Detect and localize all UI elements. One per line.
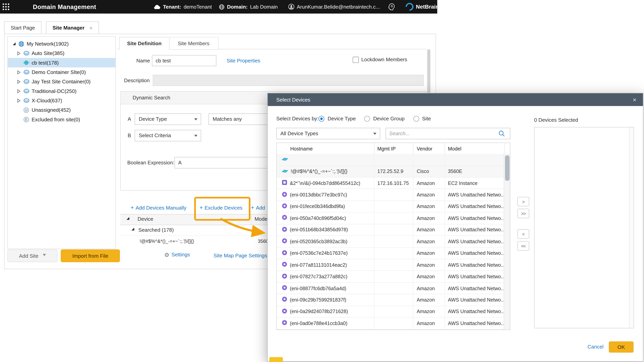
matches-any-select[interactable]: Matches any (208, 114, 275, 125)
mgmt-ip-column-header[interactable]: Mgmt IP (374, 143, 414, 154)
device-row[interactable]: (eni-01fece0b346dbd9fa) Amazon AWS Unatt… (277, 201, 504, 212)
search-icon[interactable] (498, 130, 505, 137)
tab-site-members[interactable]: Site Members (169, 37, 218, 50)
tree-item[interactable]: Jay Test Site Container(0) (8, 77, 115, 86)
device-type-filter-select[interactable]: All Device Types (276, 128, 380, 139)
boolean-expression-input[interactable] (174, 157, 269, 168)
tab-start-page[interactable]: Start Page (4, 21, 42, 35)
tenant-info[interactable]: Tenant: demoTenant (153, 0, 212, 14)
dialog-titlebar[interactable]: Select Devices × (268, 93, 643, 106)
device-row[interactable]: (eni-09c29b7599291837f) Amazon AWS Unatt… (277, 294, 504, 306)
vendor-cell: Amazon (414, 236, 445, 247)
device-row[interactable]: (eni-077a811131014eac2) Amazon AWS Unatt… (277, 259, 504, 271)
model-column-header[interactable]: Model (445, 143, 505, 154)
exclude-devices-link[interactable]: +Exclude Devices (200, 204, 242, 211)
vendor-cell: Amazon (414, 259, 445, 271)
tab-site-definition[interactable]: Site Definition (119, 37, 170, 50)
vendor-cell: Amazon (414, 271, 445, 282)
move-right-button[interactable]: > (517, 197, 529, 206)
device-row[interactable]: !@#$%^&*()_-=+~`:;.'|\/[]{} 172.25.52.9 … (277, 166, 504, 177)
tree-item[interactable]: Auto Site(385) (8, 49, 115, 58)
device-row[interactable]: (eni-07827c73a277a882c) Amazon AWS Unatt… (277, 271, 504, 283)
dynamic-search-title: Dynamic Search (132, 95, 170, 101)
tree-item[interactable]: U Unassigned(452) (8, 105, 115, 115)
user-menu[interactable]: ArunKumar.Belide@netbraintech.c... (288, 0, 380, 14)
searched-device-name[interactable]: !@#$%^&*()_-=+~`:;.'|\/[]{} (140, 239, 194, 244)
tree-item[interactable]: Traditional-DC(250) (8, 86, 115, 96)
select-criteria-select[interactable]: Select Criteria (135, 130, 201, 142)
domain-label: Domain: (227, 4, 248, 10)
device-row[interactable]: (eni-0520365cb3892ac3b) Amazon AWS Unatt… (277, 236, 504, 248)
expander-icon[interactable] (17, 80, 21, 84)
vendor-cell (414, 154, 445, 165)
site-name-input[interactable] (152, 55, 216, 66)
move-all-left-button[interactable]: << (517, 241, 529, 251)
ai-assistant-button[interactable] (387, 0, 396, 14)
device-row[interactable]: (eni-07536c7e24b17637e) Amazon AWS Unatt… (277, 247, 504, 259)
collapse-icon[interactable] (132, 228, 134, 230)
device-row[interactable]: (eni-08877fc6db76a5a4d) Amazon AWS Unatt… (277, 282, 504, 294)
expander-icon[interactable] (17, 70, 21, 74)
move-left-button[interactable]: < (517, 229, 529, 239)
plus-icon: + (200, 204, 203, 211)
tree-item[interactable]: X-Cloud(637) (8, 96, 115, 105)
tree-item[interactable]: cb test(178) (8, 58, 115, 67)
radio-device-group[interactable] (364, 116, 370, 122)
ok-button[interactable]: OK (609, 341, 634, 352)
eni-device-icon (282, 320, 288, 327)
device-row[interactable]: (eni-050a740c896f5d04c) Amazon AWS Unatt… (277, 212, 504, 224)
tree-item[interactable]: E Excluded from site(0) (8, 115, 115, 124)
tree-item[interactable]: My Network(1902) (8, 39, 115, 48)
tab-site-manager[interactable]: Site Manager × (46, 21, 99, 35)
domain-info[interactable]: Domain: Lab Domain (219, 0, 278, 14)
row-a-label: A (128, 116, 131, 122)
hostname-cell: (eni-07827c73a277a882c) (277, 271, 374, 282)
site-properties-link[interactable]: Site Properties (226, 58, 260, 64)
main-scrollbar-thumb[interactable] (428, 49, 430, 95)
device-row[interactable]: (eni-0a29d24078b271628) Amazon AWS Unatt… (277, 306, 504, 318)
site-map-page-settings-link[interactable]: Site Map Page Settings (214, 253, 267, 258)
cancel-button[interactable]: Cancel (588, 344, 604, 350)
import-from-file-button[interactable]: Import from File (61, 249, 120, 262)
close-icon[interactable]: × (633, 96, 636, 103)
mgmt-ip-cell (374, 236, 414, 247)
collapse-icon[interactable] (126, 217, 130, 220)
device-row[interactable]: &2*`\n/&(i-094cb7dd86455412c) 172.16.101… (277, 177, 504, 189)
radio-site[interactable] (414, 116, 419, 122)
device-row[interactable]: (eni-051b68b343856d978) Amazon AWS Unatt… (277, 224, 504, 236)
move-all-right-button[interactable]: >> (517, 209, 529, 218)
device-row[interactable] (277, 154, 504, 166)
expander-icon[interactable] (12, 42, 16, 46)
radio-device-type[interactable] (319, 116, 324, 122)
expander-icon[interactable] (17, 89, 21, 93)
table-scrollbar-thumb[interactable] (505, 155, 510, 181)
vendor-cell: Amazon (414, 201, 445, 212)
dialog-title: Select Devices (276, 97, 310, 103)
import-from-file-label: Import from File (72, 253, 108, 259)
add-site-button[interactable]: Add Site (8, 249, 58, 262)
vendor-column-header[interactable]: Vendor (414, 143, 445, 154)
selected-list-scrollbar-track[interactable] (629, 127, 634, 328)
device-search-input[interactable] (386, 128, 510, 139)
app-grid-icon[interactable] (2, 0, 10, 14)
mgmt-ip-cell (374, 212, 414, 224)
clipped-yellow-element (270, 357, 283, 362)
settings-link[interactable]: ⚙ Settings (164, 252, 190, 257)
vendor-cell: Amazon (414, 247, 445, 259)
description-input[interactable] (153, 75, 424, 86)
device-type-select[interactable]: Device Type (135, 114, 201, 125)
tree-item-label: Jay Test Site Container(0) (32, 79, 91, 84)
tab-close-icon[interactable]: × (89, 25, 92, 31)
add-devices-manually-link[interactable]: +Add Devices Manually (130, 204, 186, 211)
add-clipped-link[interactable]: +Add (251, 204, 265, 211)
device-row[interactable]: (eni-0013dbbc77e3bc97c) Amazon AWS Unatt… (277, 189, 504, 201)
expander-icon[interactable] (17, 98, 21, 103)
tree-item[interactable]: Demo Container SIte(0) (8, 67, 115, 77)
model-cell: AWS Unattached Netwo... (445, 212, 504, 224)
expander-icon[interactable] (17, 51, 21, 55)
lockdown-members-checkbox[interactable] (353, 57, 359, 63)
eni-device-icon (282, 261, 288, 268)
hostname-column-header[interactable]: Hostname (277, 143, 374, 154)
device-row[interactable]: (eni-0ad0e788e41ccb3a0) Amazon AWS Unatt… (277, 318, 504, 329)
cloud-icon (153, 4, 160, 9)
